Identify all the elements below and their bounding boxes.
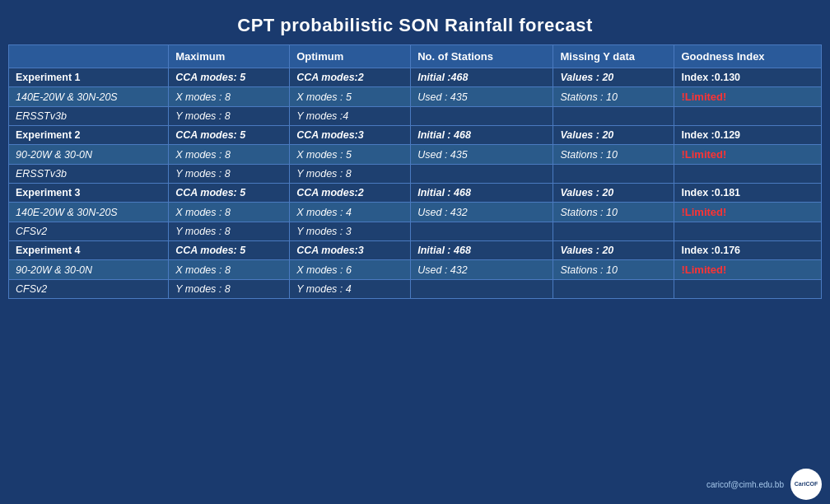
table-row: ERSSTv3bY modes : 8Y modes : 8 (9, 165, 822, 184)
cell-miss (553, 280, 674, 299)
cell-nos: Initial : 468 (411, 241, 553, 260)
cell-max: CCA modes: 5 (169, 126, 290, 145)
cell-max: X modes : 8 (169, 145, 290, 165)
cell-opt: CCA modes:2 (290, 68, 411, 87)
col-header-miss: Missing Y data (553, 45, 674, 68)
cell-good: !Limited! (674, 87, 822, 107)
col-header-opt: Optimum (290, 45, 411, 68)
cell-max: Y modes : 8 (169, 107, 290, 126)
cell-opt: Y modes : 4 (290, 280, 411, 299)
cell-nos: Used : 432 (411, 203, 553, 222)
cell-max: X modes : 8 (169, 260, 290, 280)
cell-opt: CCA modes:2 (290, 184, 411, 203)
table-row: CFSv2Y modes : 8Y modes : 3 (9, 222, 822, 241)
footer-email: caricof@cimh.edu.bb (706, 480, 784, 489)
cell-nos: Initial : 468 (411, 126, 553, 145)
table-row: 90-20W & 30-0NX modes : 8X modes : 6Used… (9, 260, 822, 280)
cell-miss: Values : 20 (553, 68, 674, 87)
cell-max: X modes : 8 (169, 87, 290, 107)
cell-opt: CCA modes:3 (290, 241, 411, 260)
cell-nos (411, 165, 553, 184)
cell-miss: Stations : 10 (553, 203, 674, 222)
cell-good (674, 165, 822, 184)
cell-nos (411, 222, 553, 241)
page-title: CPT probabilistic SON Rainfall forecast (8, 8, 822, 44)
cell-miss (553, 222, 674, 241)
cell-label: Experiment 4 (9, 241, 169, 260)
cell-max: X modes : 8 (169, 203, 290, 222)
cell-max: CCA modes: 5 (169, 68, 290, 87)
data-table: Maximum Optimum No. of Stations Missing … (8, 44, 822, 299)
cell-max: CCA modes: 5 (169, 241, 290, 260)
cell-nos: Used : 432 (411, 260, 553, 280)
cell-miss: Values : 20 (553, 241, 674, 260)
table-row: Experiment 4CCA modes: 5CCA modes:3Initi… (9, 241, 822, 260)
cell-opt: X modes : 5 (290, 87, 411, 107)
cell-label: 140E-20W & 30N-20S (9, 87, 169, 107)
cell-good: Index :0.176 (674, 241, 822, 260)
cell-opt: Y modes :4 (290, 107, 411, 126)
cell-miss: Stations : 10 (553, 87, 674, 107)
cell-good: !Limited! (674, 145, 822, 165)
cell-label: 140E-20W & 30N-20S (9, 203, 169, 222)
cell-miss (553, 107, 674, 126)
table-row: ERSSTv3bY modes : 8Y modes :4 (9, 107, 822, 126)
cell-opt: X modes : 5 (290, 145, 411, 165)
cell-miss: Values : 20 (553, 126, 674, 145)
cell-nos (411, 107, 553, 126)
cell-label: Experiment 2 (9, 126, 169, 145)
cell-label: Experiment 3 (9, 184, 169, 203)
cell-max: Y modes : 8 (169, 280, 290, 299)
cell-label: 90-20W & 30-0N (9, 260, 169, 280)
col-header-max: Maximum (169, 45, 290, 68)
cell-nos: Used : 435 (411, 145, 553, 165)
col-header-label (9, 45, 169, 68)
cell-opt: Y modes : 3 (290, 222, 411, 241)
cell-label: ERSSTv3b (9, 165, 169, 184)
cell-miss: Stations : 10 (553, 260, 674, 280)
table-row: 140E-20W & 30N-20SX modes : 8X modes : 4… (9, 203, 822, 222)
cell-good: Index :0.129 (674, 126, 822, 145)
cell-good (674, 222, 822, 241)
cell-nos: Initial : 468 (411, 184, 553, 203)
cell-opt: CCA modes:3 (290, 126, 411, 145)
cell-label: Experiment 1 (9, 68, 169, 87)
cell-good: Index :0.130 (674, 68, 822, 87)
footer: caricof@cimh.edu.bb CariCOF (706, 469, 822, 500)
cell-label: CFSv2 (9, 222, 169, 241)
cell-nos: Used : 435 (411, 87, 553, 107)
cell-max: CCA modes: 5 (169, 184, 290, 203)
cell-good: !Limited! (674, 260, 822, 280)
table-row: Experiment 1CCA modes: 5CCA modes:2Initi… (9, 68, 822, 87)
cell-nos (411, 280, 553, 299)
logo: CariCOF (790, 469, 822, 500)
table-row: Experiment 2CCA modes: 5CCA modes:3Initi… (9, 126, 822, 145)
cell-label: 90-20W & 30-0N (9, 145, 169, 165)
cell-opt: X modes : 4 (290, 203, 411, 222)
cell-opt: Y modes : 8 (290, 165, 411, 184)
col-header-nos: No. of Stations (411, 45, 553, 68)
cell-opt: X modes : 6 (290, 260, 411, 280)
cell-good (674, 107, 822, 126)
cell-label: CFSv2 (9, 280, 169, 299)
cell-miss: Stations : 10 (553, 145, 674, 165)
cell-miss: Values : 20 (553, 184, 674, 203)
cell-nos: Initial :468 (411, 68, 553, 87)
table-row: Experiment 3CCA modes: 5CCA modes:2Initi… (9, 184, 822, 203)
cell-max: Y modes : 8 (169, 165, 290, 184)
main-container: CPT probabilistic SON Rainfall forecast … (0, 0, 830, 504)
col-header-good: Goodness Index (674, 45, 822, 68)
cell-good (674, 280, 822, 299)
cell-good: Index :0.181 (674, 184, 822, 203)
cell-miss (553, 165, 674, 184)
table-row: 90-20W & 30-0NX modes : 8X modes : 5Used… (9, 145, 822, 165)
cell-max: Y modes : 8 (169, 222, 290, 241)
cell-good: !Limited! (674, 203, 822, 222)
table-row: 140E-20W & 30N-20SX modes : 8X modes : 5… (9, 87, 822, 107)
table-row: CFSv2Y modes : 8Y modes : 4 (9, 280, 822, 299)
cell-label: ERSSTv3b (9, 107, 169, 126)
